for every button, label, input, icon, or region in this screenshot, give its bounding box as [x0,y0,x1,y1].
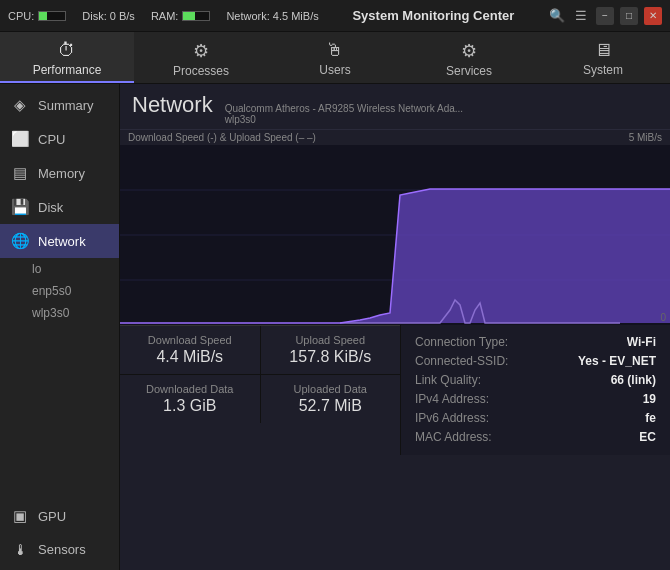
processes-icon: ⚙ [193,40,209,62]
menu-icon[interactable]: ☰ [572,7,590,25]
uploaded-data-value: 52.7 MiB [273,397,389,415]
ram-bar [182,11,210,21]
tab-users[interactable]: 🖱 Users [268,32,402,83]
sidebar-sub-lo-label: lo [32,262,41,276]
mac-row: MAC Address: EC [415,430,656,444]
network-chart: 0 [120,145,670,325]
cpu-bar [38,11,66,21]
tab-processes-label: Processes [173,64,229,78]
download-speed-box: Download Speed 4.4 MiB/s [120,326,260,374]
ipv6-label: IPv6 Address: [415,411,489,425]
main-layout: ◈ Summary ⬜ CPU ▤ Memory 💾 Disk 🌐 Networ… [0,84,670,570]
cpu-icon: ⬜ [10,130,30,148]
device-id: wlp3s0 [225,114,463,125]
sidebar: ◈ Summary ⬜ CPU ▤ Memory 💾 Disk 🌐 Networ… [0,84,120,570]
sidebar-item-summary-label: Summary [38,98,94,113]
downloaded-data-box: Downloaded Data 1.3 GiB [120,375,260,423]
stats-grid: Download Speed 4.4 MiB/s Upload Speed 15… [120,325,400,423]
app-title: System Monitoring Center [352,8,514,23]
tab-system[interactable]: 🖥 System [536,32,670,83]
mac-value: EC [639,430,656,444]
connection-type-row: Connection Type: Wi-Fi [415,335,656,349]
tab-performance-label: Performance [33,63,102,77]
ram-label: RAM: [151,10,179,22]
sidebar-item-network[interactable]: 🌐 Network [0,224,119,258]
cpu-indicator: CPU: [8,10,66,22]
sidebar-item-summary[interactable]: ◈ Summary [0,88,119,122]
download-speed-label: Download Speed [132,334,248,346]
downloaded-data-value: 1.3 GiB [132,397,248,415]
sidebar-item-gpu[interactable]: ▣ GPU [0,499,119,533]
ram-indicator: RAM: [151,10,211,22]
ssid-value: Yes - EV_NET [578,354,656,368]
content-header: Network Qualcomm Atheros - AR9285 Wirele… [120,84,670,130]
connection-info-panel: Connection Type: Wi-Fi Connected-SSID: Y… [400,325,670,455]
minimize-button[interactable]: − [596,7,614,25]
users-icon: 🖱 [326,40,344,61]
ssid-row: Connected-SSID: Yes - EV_NET [415,354,656,368]
system-icon: 🖥 [594,40,612,61]
tab-processes[interactable]: ⚙ Processes [134,32,268,83]
uploaded-data-label: Uploaded Data [273,383,389,395]
tab-system-label: System [583,63,623,77]
sidebar-sub-lo[interactable]: lo [0,258,119,280]
upload-speed-label: Upload Speed [273,334,389,346]
connection-type-value: Wi-Fi [627,335,656,349]
content-area: Network Qualcomm Atheros - AR9285 Wirele… [120,84,670,570]
cpu-bar-fill [39,12,47,20]
maximize-button[interactable]: □ [620,7,638,25]
window-controls: 🔍 ☰ − □ ✕ [548,7,662,25]
sidebar-item-cpu[interactable]: ⬜ CPU [0,122,119,156]
chart-label-row: Download Speed (-) & Upload Speed (– –) … [120,130,670,145]
upload-speed-value: 157.8 KiB/s [273,348,389,366]
disk-icon: 💾 [10,198,30,216]
uploaded-data-box: Uploaded Data 52.7 MiB [261,375,401,423]
mac-label: MAC Address: [415,430,492,444]
sidebar-item-cpu-label: CPU [38,132,65,147]
summary-icon: ◈ [10,96,30,114]
titlebar-stats: CPU: Disk: 0 B/s RAM: Network: 4.5 MiB/s [8,10,319,22]
services-icon: ⚙ [461,40,477,62]
ssid-label: Connected-SSID: [415,354,508,368]
sidebar-item-network-label: Network [38,234,86,249]
downloaded-data-label: Downloaded Data [132,383,248,395]
close-button[interactable]: ✕ [644,7,662,25]
sidebar-sub-enp5s0[interactable]: enp5s0 [0,280,119,302]
sidebar-item-memory-label: Memory [38,166,85,181]
tab-performance[interactable]: ⏱ Performance [0,32,134,83]
network-icon: 🌐 [10,232,30,250]
ipv4-row: IPv4 Address: 19 [415,392,656,406]
sidebar-sub-wlp3s0-label: wlp3s0 [32,306,69,320]
upload-speed-box: Upload Speed 157.8 KiB/s [261,326,401,374]
tab-services[interactable]: ⚙ Services [402,32,536,83]
quality-row: Link Quality: 66 (link) [415,373,656,387]
network-stat: Network: 4.5 MiB/s [226,10,318,22]
cpu-label: CPU: [8,10,34,22]
sidebar-item-sensors[interactable]: 🌡 Sensors [0,533,119,566]
sidebar-item-disk[interactable]: 💾 Disk [0,190,119,224]
quality-label: Link Quality: [415,373,481,387]
sidebar-item-disk-label: Disk [38,200,63,215]
sidebar-sub-enp5s0-label: enp5s0 [32,284,71,298]
sidebar-sub-wlp3s0[interactable]: wlp3s0 [0,302,119,324]
search-icon[interactable]: 🔍 [548,7,566,25]
download-speed-value: 4.4 MiB/s [132,348,248,366]
connection-type-label: Connection Type: [415,335,508,349]
ipv6-row: IPv6 Address: fe [415,411,656,425]
bottom-layout: Download Speed 4.4 MiB/s Upload Speed 15… [120,325,670,455]
chart-zero: 0 [660,312,666,323]
chart-max: 5 MiB/s [629,132,662,143]
content-title: Network [132,92,213,118]
navbar: ⏱ Performance ⚙ Processes 🖱 Users ⚙ Serv… [0,32,670,84]
ipv4-label: IPv4 Address: [415,392,489,406]
disk-value: 0 B/s [110,10,135,22]
ram-bar-fill [183,12,195,20]
sidebar-item-memory[interactable]: ▤ Memory [0,156,119,190]
sidebar-item-gpu-label: GPU [38,509,66,524]
stats-area: Download Speed 4.4 MiB/s Upload Speed 15… [120,325,400,455]
tab-services-label: Services [446,64,492,78]
sensors-icon: 🌡 [10,541,30,558]
network-value: 4.5 MiB/s [273,10,319,22]
ipv4-value: 19 [643,392,656,406]
chart-svg [120,145,670,325]
